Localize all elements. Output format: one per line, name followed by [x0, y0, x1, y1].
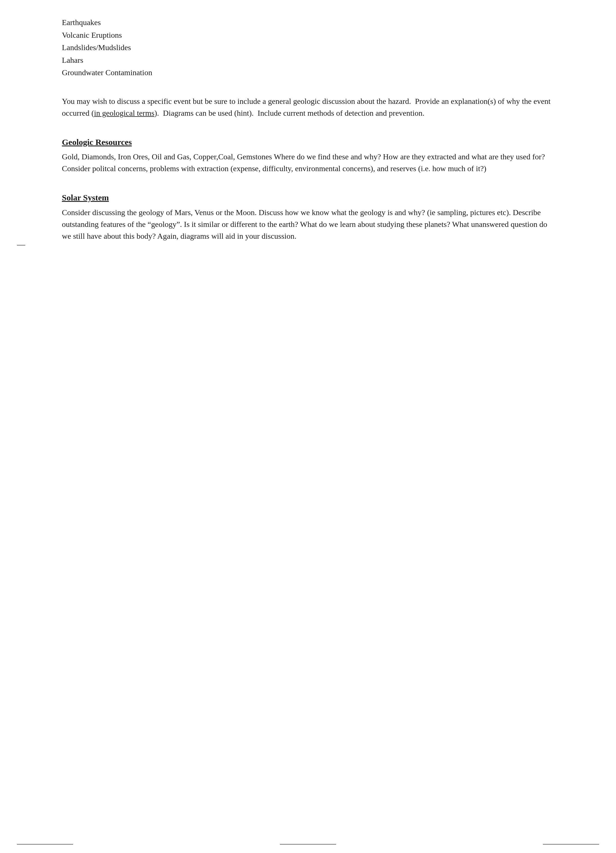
- list-item-lahars: Lahars: [62, 55, 554, 66]
- bottom-marks: [0, 844, 616, 845]
- solar-system-section: Solar System Consider discussing the geo…: [62, 191, 554, 242]
- list-item-groundwater: Groundwater Contamination: [62, 67, 554, 79]
- bottom-mark-center: [280, 844, 336, 845]
- hazard-list: Earthquakes Volcanic Eruptions Landslide…: [62, 17, 554, 79]
- solar-system-body: Consider discussing the geology of Mars,…: [62, 206, 554, 242]
- geologic-resources-section: Geologic Resources Gold, Diamonds, Iron …: [62, 136, 554, 175]
- list-item-landslides: Landslides/Mudslides: [62, 42, 554, 53]
- geologic-resources-body: Gold, Diamonds, Iron Ores, Oil and Gas, …: [62, 151, 554, 175]
- underline-geological-terms: in geological terms: [94, 109, 154, 117]
- list-item-earthquakes: Earthquakes: [62, 17, 554, 29]
- side-mark: [17, 245, 25, 246]
- intro-paragraph: You may wish to discuss a specific event…: [62, 96, 554, 119]
- geologic-resources-heading: Geologic Resources: [62, 136, 554, 148]
- list-item-volcanic: Volcanic Eruptions: [62, 30, 554, 41]
- solar-system-heading: Solar System: [62, 191, 554, 204]
- bottom-mark-left: [17, 844, 73, 845]
- bottom-mark-right: [543, 844, 599, 845]
